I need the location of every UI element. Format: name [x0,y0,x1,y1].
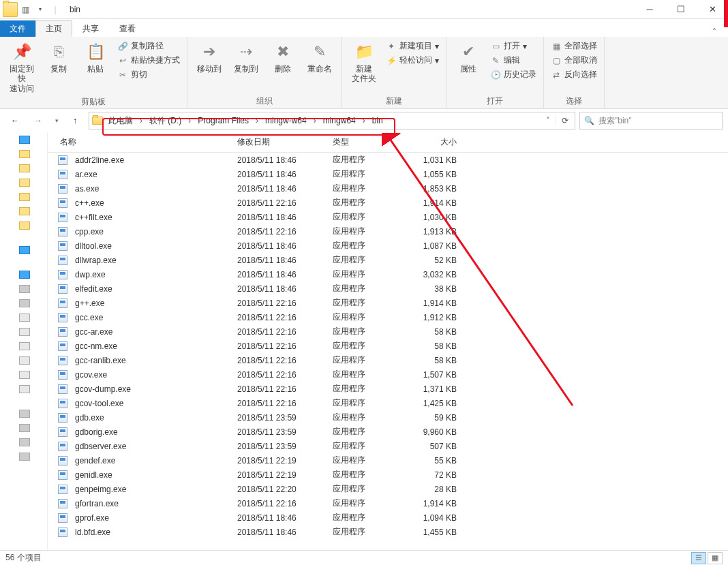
tab-file[interactable]: 文件 [0,20,35,37]
ribbon-toggle-icon[interactable]: ˄ [701,27,728,37]
table-row[interactable]: c++filt.exe2018/5/11 18:46应用程序1,030 KB [48,210,728,224]
back-button[interactable]: ← [5,112,25,129]
file-type: 应用程序 [330,397,405,409]
qat-prop-icon[interactable]: ▥ [18,2,33,17]
moveto-button[interactable]: ➔移动到 [193,40,226,75]
chevron-right-icon[interactable]: › [360,116,368,125]
cut-button[interactable]: ✂剪切 [116,68,181,81]
copyto-button[interactable]: ⇢复制到 [230,40,262,75]
file-size: 1,914 KB [405,299,459,308]
tab-home[interactable]: 主页 [35,20,72,37]
properties-button[interactable]: ✔属性 [452,40,485,75]
table-row[interactable]: gprof.exe2018/5/11 18:46应用程序1,094 KB [48,510,728,525]
breadcrumb-item[interactable]: bin [368,112,387,129]
column-headers[interactable]: 名称 修改日期 类型 大小 [48,132,728,153]
maximize-button[interactable]: ☐ [665,0,697,19]
recent-dropdown-icon[interactable]: ▾ [52,112,61,129]
window-title: bin [70,5,80,14]
col-size[interactable]: 大小 [405,136,459,148]
table-row[interactable]: gcov-tool.exe2018/5/11 22:16应用程序1,425 KB [48,396,728,410]
breadcrumb-item[interactable]: mingw-w64 [261,112,311,129]
table-row[interactable]: dwp.exe2018/5/11 18:46应用程序3,032 KB [48,267,728,281]
breadcrumb-item[interactable]: mingw64 [319,112,360,129]
file-date: 2018/5/11 18:46 [234,284,330,294]
navigation-pane[interactable] [0,132,48,550]
forward-button[interactable]: → [29,112,48,129]
table-row[interactable]: gendef.exe2018/5/11 22:19应用程序55 KB [48,453,728,468]
invert-selection-button[interactable]: ⇄反向选择 [549,68,598,81]
file-type: 应用程序 [330,168,405,180]
paste-button[interactable]: 📋粘贴 [79,40,112,75]
file-date: 2018/5/11 18:46 [234,513,330,523]
up-button[interactable]: ↑ [65,112,85,129]
nav-row: ← → ▾ ↑ 此电脑›软件 (D:)›Program Files›mingw-… [0,109,728,132]
copy-path-button[interactable]: 🔗复制路径 [116,40,181,52]
select-none-button[interactable]: ▢全部取消 [549,54,598,67]
file-size: 72 KB [405,470,459,480]
chevron-right-icon[interactable]: › [253,116,261,125]
table-row[interactable]: g++.exe2018/5/11 22:16应用程序1,914 KB [48,296,728,310]
table-row[interactable]: gdbserver.exe2018/5/11 23:59应用程序507 KB [48,439,728,453]
table-row[interactable]: dllwrap.exe2018/5/11 18:46应用程序52 KB [48,253,728,267]
delete-button[interactable]: ✖删除 [267,40,299,75]
select-all-button[interactable]: ▦全部选择 [549,40,598,52]
table-row[interactable]: gcc.exe2018/5/11 22:16应用程序1,912 KB [48,310,728,324]
new-folder-button[interactable]: 📁新建 文件夹 [348,40,380,85]
easy-access-button[interactable]: ⚡轻松访问 ▾ [384,54,440,67]
table-row[interactable]: c++.exe2018/5/11 22:16应用程序1,914 KB [48,196,728,210]
chevron-right-icon[interactable]: › [137,116,145,125]
table-row[interactable]: addr2line.exe2018/5/11 18:46应用程序1,031 KB [48,153,728,167]
file-name: c++.exe [72,198,234,208]
new-item-button[interactable]: ✦新建项目 ▾ [384,40,440,52]
breadcrumb-item[interactable]: 此电脑 [104,112,137,129]
table-row[interactable]: as.exe2018/5/11 18:46应用程序1,853 KB [48,181,728,196]
table-row[interactable]: genpeimg.exe2018/5/11 22:20应用程序28 KB [48,482,728,496]
address-bar[interactable]: 此电脑›软件 (D:)›Program Files›mingw-w64›ming… [89,112,575,129]
quick-access-toolbar: ▥ ▾ | [0,2,65,17]
refresh-button[interactable]: ⟳ [556,116,573,125]
table-row[interactable]: gdborig.exe2018/5/11 23:59应用程序9,960 KB [48,425,728,439]
table-row[interactable]: genidl.exe2018/5/11 22:19应用程序72 KB [48,468,728,482]
open-button[interactable]: ▭打开 ▾ [489,40,538,52]
tab-share[interactable]: 共享 [72,20,109,37]
tab-view[interactable]: 查看 [109,20,146,37]
group-new: 📁新建 文件夹 ✦新建项目 ▾ ⚡轻松访问 ▾ 新建 [342,37,446,108]
copy-button[interactable]: ⎘复制 [42,40,75,75]
file-type: 应用程序 [330,254,405,266]
file-name: dllwrap.exe [72,256,234,265]
breadcrumb-item[interactable]: 软件 (D:) [145,112,185,129]
col-date[interactable]: 修改日期 [234,136,330,148]
table-row[interactable]: elfedit.exe2018/5/11 18:46应用程序38 KB [48,281,728,296]
table-row[interactable]: gcc-nm.exe2018/5/11 22:16应用程序58 KB [48,339,728,353]
chevron-right-icon[interactable]: › [185,116,194,125]
search-input[interactable]: 🔍 搜索"bin" [579,112,723,129]
table-row[interactable]: ar.exe2018/5/11 18:46应用程序1,055 KB [48,167,728,181]
table-row[interactable]: gcc-ranlib.exe2018/5/11 22:16应用程序58 KB [48,353,728,367]
table-row[interactable]: cpp.exe2018/5/11 22:16应用程序1,913 KB [48,224,728,239]
view-large-icon[interactable]: ▦ [708,552,723,564]
table-row[interactable]: dlltool.exe2018/5/11 18:46应用程序1,087 KB [48,239,728,253]
breadcrumb-item[interactable]: Program Files [194,112,253,129]
table-row[interactable]: gcc-ar.exe2018/5/11 22:16应用程序58 KB [48,324,728,339]
table-row[interactable]: gfortran.exe2018/5/11 22:16应用程序1,914 KB [48,496,728,510]
col-type[interactable]: 类型 [330,136,405,148]
table-row[interactable]: gcov.exe2018/5/11 22:16应用程序1,507 KB [48,367,728,382]
history-button[interactable]: 🕑历史记录 [489,68,538,81]
table-row[interactable]: gdb.exe2018/5/11 23:59应用程序59 KB [48,410,728,425]
addr-dropdown-icon[interactable]: ˅ [541,116,556,125]
table-row[interactable]: gcov-dump.exe2018/5/11 22:16应用程序1,371 KB [48,382,728,396]
exe-icon [57,484,68,495]
col-name[interactable]: 名称 [57,136,234,148]
qat-dropdown-icon[interactable]: ▾ [33,2,48,17]
edit-button[interactable]: ✎编辑 [489,54,538,67]
file-date: 2018/5/11 22:16 [234,499,330,508]
file-date: 2018/5/11 18:46 [234,256,330,265]
table-row[interactable]: ld.bfd.exe2018/5/11 18:46应用程序1,455 KB [48,525,728,539]
paste-shortcut-button[interactable]: ↩粘贴快捷方式 [116,54,181,67]
view-details-icon[interactable]: ☰ [691,552,706,564]
minimize-button[interactable]: ─ [634,0,665,19]
file-list[interactable]: addr2line.exe2018/5/11 18:46应用程序1,031 KB… [48,153,728,550]
chevron-right-icon[interactable]: › [311,116,319,125]
rename-button[interactable]: ✎重命名 [303,40,336,75]
pin-quickaccess-button[interactable]: 📌固定到快 速访问 [5,40,38,95]
